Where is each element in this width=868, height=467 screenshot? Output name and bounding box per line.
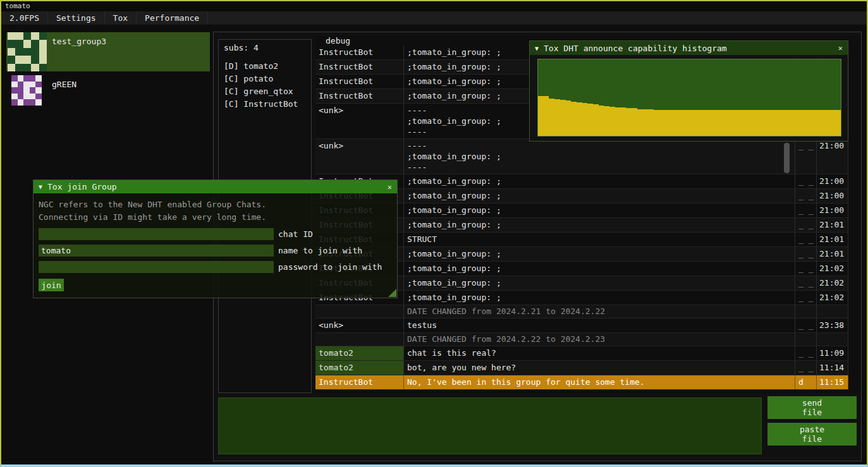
chat-scrollbar[interactable]: [784, 143, 790, 173]
message-input[interactable]: [218, 397, 762, 454]
histogram-bar: [824, 110, 830, 136]
histogram-bar: [829, 110, 835, 136]
histogram-bar: [769, 110, 775, 136]
message-row[interactable]: tomato2chat is this real?_ _11:09: [315, 346, 848, 361]
sender-name: InstructBot: [315, 89, 404, 103]
histogram-bar: [719, 110, 725, 136]
histogram-bar: [791, 110, 797, 136]
roster-item-gREEN[interactable]: gREEN: [6, 75, 210, 108]
histogram-bar: [676, 110, 682, 136]
message-text: ;tomato_in_group: ;: [404, 247, 795, 261]
histogram-bar: [642, 109, 648, 136]
join-password-input[interactable]: [39, 261, 274, 273]
resize-grip[interactable]: [388, 289, 396, 297]
roster-item-label: gREEN: [52, 80, 76, 89]
histogram-bar: [615, 107, 621, 136]
message-row[interactable]: <unk>----;tomato_in_group: ;----_ _21:00: [315, 139, 848, 174]
histogram-bar: [835, 110, 841, 136]
histogram-bar: [736, 110, 742, 136]
system-row[interactable]: DATE CHANGED from 2024.2.21 to 2024.2.22: [315, 305, 848, 318]
roster-item-test_group3[interactable]: test_group3: [6, 32, 210, 71]
subs-item: [C] InstructBot: [224, 98, 306, 111]
histogram-bar: [577, 102, 582, 136]
histogram-bar: [703, 110, 709, 136]
sender-name: <unk>: [315, 104, 404, 138]
sender-name: InstructBot: [315, 375, 404, 389]
system-row[interactable]: DATE CHANGED from 2024.2.22 to 2024.2.23: [315, 333, 848, 346]
sender-name: [315, 333, 404, 346]
message-text: bot, are you new here?: [404, 361, 795, 375]
message-row[interactable]: <unk>testus_ _23:38: [315, 318, 848, 333]
dht-histogram-window: ▼ Tox DHT announce capability histogram …: [529, 40, 848, 142]
paste-file-label-line1: paste: [800, 425, 824, 434]
histogram-bar: [802, 110, 808, 136]
delivery-marks: [795, 333, 817, 346]
message-text: chat is this real?: [404, 346, 795, 360]
histogram-bar: [599, 106, 604, 136]
timestamp: 21:00: [817, 189, 848, 203]
subs-header: subs: 4: [224, 43, 306, 52]
delivery-marks: _ _: [795, 247, 817, 261]
window-titlebar[interactable]: tomato: [1, 1, 867, 11]
histogram-bar: [731, 110, 737, 136]
histogram-bar: [637, 109, 643, 136]
histogram-bar: [681, 110, 687, 136]
menu-item-tox[interactable]: Tox: [105, 11, 137, 25]
menu-item-performance[interactable]: Performance: [137, 11, 208, 25]
delivery-marks: _ _: [795, 233, 817, 246]
histogram-bar: [538, 96, 544, 136]
collapse-arrow-icon[interactable]: ▼: [535, 45, 539, 52]
join-name-label: name to join with: [278, 246, 362, 255]
paste-file-button[interactable]: paste file: [767, 423, 857, 446]
histogram-bar: [654, 110, 659, 136]
histogram-bar: [764, 110, 769, 136]
timestamp: 21:01: [817, 247, 848, 261]
message-text: ----;tomato_in_group: ;----: [404, 139, 795, 174]
sender-name: InstructBot: [315, 45, 404, 59]
sender-name: <unk>: [315, 318, 404, 332]
histogram-bar: [742, 110, 747, 136]
chat-id-label: chat ID: [278, 229, 313, 239]
message-row[interactable]: InstructBotNo, I've been in this group f…: [315, 375, 848, 390]
subs-item: [C] green_qtox: [224, 85, 306, 98]
menu-item-settings[interactable]: Settings: [48, 11, 105, 25]
avatar-pixel-icon: [8, 32, 47, 71]
join-info-line1: NGC refers to the New DHT enabled Group …: [39, 198, 392, 211]
join-name-input[interactable]: [39, 245, 274, 257]
subs-item: [C] potato: [224, 73, 306, 85]
delivery-marks: _ _: [795, 291, 817, 305]
close-icon[interactable]: ✕: [838, 44, 843, 52]
histogram-bar: [692, 110, 698, 136]
histogram-bar: [664, 110, 670, 136]
message-row[interactable]: tomato2bot, are you new here?_ _11:14: [315, 361, 848, 375]
timestamp: [817, 305, 848, 318]
histogram-bar: [797, 110, 802, 136]
send-file-button[interactable]: send file: [767, 396, 857, 419]
join-button[interactable]: join: [39, 279, 64, 291]
roster-item-label: test_group3: [52, 37, 106, 46]
dht-histogram-titlebar[interactable]: ▼ Tox DHT announce capability histogram …: [530, 41, 848, 55]
delivery-marks: _ _: [795, 203, 817, 217]
histogram-bar: [697, 110, 703, 136]
timestamp: 11:09: [817, 346, 848, 360]
send-file-label-line2: file: [802, 408, 822, 417]
chat-id-input[interactable]: [39, 228, 274, 240]
message-text: ;tomato_in_group: ;: [404, 174, 795, 188]
collapse-arrow-icon[interactable]: ▼: [39, 183, 42, 190]
histogram-bar: [560, 100, 566, 136]
join-group-window: ▼ Tox join Group ✕ NGC refers to the New…: [33, 179, 398, 298]
sender-name: tomato2: [315, 346, 404, 360]
histogram-bar: [621, 107, 627, 136]
close-icon[interactable]: ✕: [388, 183, 392, 191]
join-group-titlebar[interactable]: ▼ Tox join Group ✕: [34, 180, 397, 193]
timestamp: 21:01: [817, 218, 848, 232]
histogram-bar: [604, 106, 609, 136]
message-text: ;tomato_in_group: ;: [404, 218, 795, 232]
sender-name: InstructBot: [315, 60, 404, 74]
histogram-bar: [566, 100, 572, 136]
timestamp: 21:02: [817, 276, 848, 290]
join-password-label: password to join with: [278, 262, 382, 272]
subs-item: [D] tomato2: [224, 60, 306, 73]
histogram-bar: [819, 110, 824, 136]
histogram-bar: [582, 103, 588, 136]
